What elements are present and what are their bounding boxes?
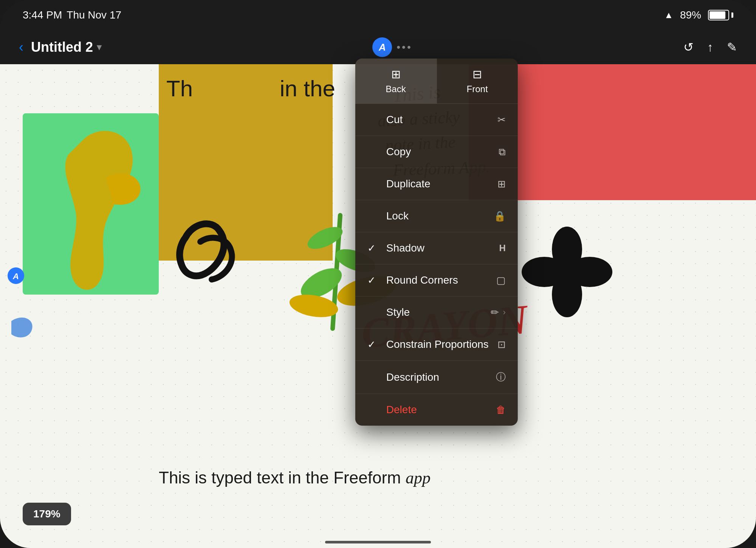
- edit-icon[interactable]: ✎: [727, 40, 737, 54]
- nav-left: ‹ Untitled 2 ▾: [19, 39, 101, 55]
- status-bar: 3:44 PM Thu Nov 17 ▲ 89%: [0, 0, 756, 30]
- duplicate-icon: ⊞: [497, 178, 506, 190]
- share-icon[interactable]: ↑: [707, 40, 713, 54]
- menu-item-cut-left: Cut: [367, 114, 403, 126]
- menu-label-style: Style: [386, 306, 410, 318]
- battery-percent: 89%: [680, 9, 701, 21]
- document-title: Untitled 2 ▾: [31, 39, 101, 55]
- undo-icon[interactable]: ↺: [683, 40, 694, 54]
- date: Thu Nov 17: [67, 9, 121, 21]
- lock-icon: 🔒: [494, 210, 506, 222]
- menu-item-duplicate-left: Duplicate: [367, 178, 431, 190]
- title-text: Untitled 2: [31, 39, 93, 55]
- checkmark-round: ✓: [367, 275, 379, 286]
- back-segment-icon: ⊞: [391, 68, 401, 81]
- nav-center: A •••: [372, 37, 412, 57]
- menu-label-round-corners: Round Corners: [386, 274, 458, 286]
- menu-label-description: Description: [386, 371, 439, 383]
- cut-icon: ✂: [497, 114, 506, 126]
- menu-label-shadow: Shadow: [386, 242, 424, 254]
- svg-point-16: [8, 267, 24, 284]
- svg-point-1: [296, 262, 347, 304]
- menu-item-delete-left: Delete: [367, 404, 417, 416]
- checkmark-constrain: ✓: [367, 339, 379, 350]
- back-segment-label: Back: [386, 84, 406, 94]
- round-corners-icon: ▢: [496, 275, 506, 286]
- style-right: ✏ ›: [491, 307, 505, 318]
- zoom-indicator[interactable]: 179%: [23, 503, 71, 525]
- svg-point-7: [552, 227, 582, 272]
- checkmark-shadow: ✓: [367, 242, 379, 254]
- front-segment-button[interactable]: ⊟ Front: [437, 59, 518, 103]
- svg-point-5: [288, 291, 340, 321]
- battery-tip: [731, 12, 733, 18]
- zoom-value: 179%: [33, 508, 60, 520]
- menu-label-duplicate: Duplicate: [386, 178, 431, 190]
- time: 3:44 PM: [23, 9, 62, 21]
- status-right: ▲ 89%: [664, 9, 733, 21]
- nav-center-dots: •••: [397, 41, 412, 53]
- canvas-heading-in-the: in the: [280, 76, 335, 102]
- green-rectangle[interactable]: [23, 113, 159, 295]
- svg-point-9: [522, 257, 567, 287]
- style-pen-icon: ✏: [491, 307, 499, 318]
- menu-item-delete[interactable]: Delete 🗑: [355, 394, 518, 426]
- title-dropdown-icon[interactable]: ▾: [97, 42, 101, 52]
- typed-text-content: This is typed text in the Freeform: [159, 468, 401, 487]
- menu-item-style[interactable]: Style ✏ ›: [355, 296, 518, 329]
- home-indicator: [325, 541, 431, 543]
- nav-right: ↺ ↑ ✎: [683, 40, 737, 54]
- menu-label-lock: Lock: [386, 210, 409, 222]
- front-segment-label: Front: [467, 84, 488, 94]
- constrain-icon: ⊡: [497, 339, 506, 350]
- pen-tool-label: A: [379, 42, 386, 53]
- svg-point-10: [567, 257, 612, 287]
- back-segment-button[interactable]: ⊞ Back: [355, 59, 437, 103]
- menu-item-shadow[interactable]: ✓ Shadow H: [355, 232, 518, 264]
- menu-item-description[interactable]: Description ⓘ: [355, 361, 518, 394]
- menu-item-constrain-left: ✓ Constrain Proportions: [367, 338, 489, 350]
- back-front-segment: ⊞ Back ⊟ Front: [355, 59, 518, 104]
- menu-label-cut: Cut: [386, 114, 403, 126]
- svg-line-0: [333, 215, 340, 329]
- back-chevron-icon: ‹: [19, 39, 23, 55]
- canvas-bottom-text: This is typed text in the Freeform app: [159, 468, 431, 488]
- status-time-date: 3:44 PM Thu Nov 17: [23, 9, 121, 21]
- shadow-icon: H: [499, 243, 505, 253]
- battery-fill: [710, 11, 725, 19]
- menu-item-copy-left: Copy: [367, 146, 411, 158]
- battery-icon: [708, 10, 733, 20]
- menu-label-copy: Copy: [386, 146, 411, 158]
- back-button[interactable]: ‹: [19, 39, 23, 55]
- svg-point-11: [554, 259, 580, 285]
- wifi-icon: ▲: [664, 10, 673, 20]
- copy-icon: ⧉: [499, 146, 506, 158]
- menu-label-delete: Delete: [386, 404, 417, 416]
- menu-item-duplicate[interactable]: Duplicate ⊞: [355, 168, 518, 200]
- svg-point-8: [552, 272, 582, 317]
- front-segment-icon: ⊟: [472, 68, 482, 81]
- menu-item-description-left: Description: [367, 371, 439, 383]
- delete-trash-icon: 🗑: [496, 404, 506, 416]
- svg-text:A: A: [12, 272, 19, 281]
- device-frame: 3:44 PM Thu Nov 17 ▲ 89% ‹ Untitled 2 ▾: [0, 0, 756, 548]
- menu-item-copy[interactable]: Copy ⧉: [355, 136, 518, 168]
- context-menu[interactable]: ⊞ Back ⊟ Front Cut ✂: [355, 59, 518, 426]
- menu-item-shadow-left: ✓ Shadow: [367, 242, 424, 254]
- battery-body: [708, 10, 729, 20]
- menu-item-round-corners[interactable]: ✓ Round Corners ▢: [355, 264, 518, 296]
- style-arrow-icon: ›: [503, 307, 505, 317]
- menu-item-style-left: Style: [367, 306, 410, 318]
- description-icon: ⓘ: [496, 370, 506, 384]
- pen-tool-indicator[interactable]: A: [372, 37, 392, 57]
- menu-item-cut[interactable]: Cut ✂: [355, 104, 518, 136]
- menu-item-round-left: ✓ Round Corners: [367, 274, 458, 286]
- menu-item-constrain-proportions[interactable]: ✓ Constrain Proportions ⊡: [355, 329, 518, 361]
- menu-item-lock-left: Lock: [367, 210, 409, 222]
- canvas-heading-partial: Th: [166, 76, 193, 102]
- menu-label-constrain-proportions: Constrain Proportions: [386, 338, 489, 350]
- menu-item-lock[interactable]: Lock 🔒: [355, 200, 518, 232]
